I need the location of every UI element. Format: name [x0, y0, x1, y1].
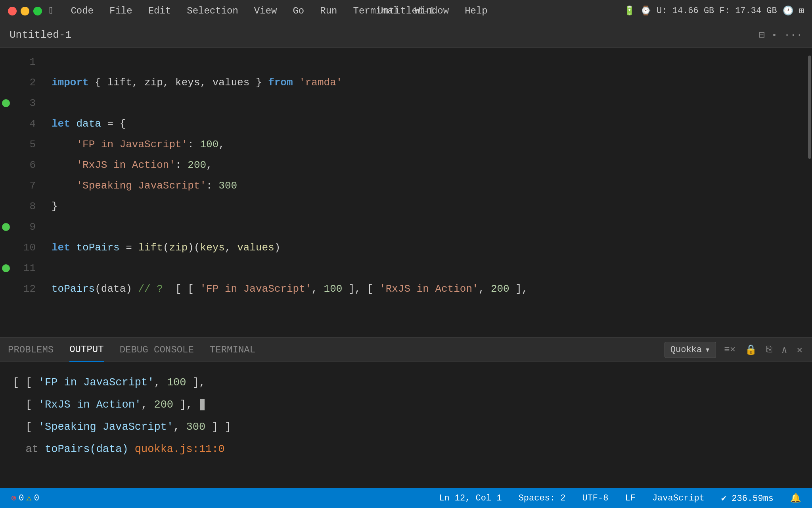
close-panel-icon[interactable]: ✕ — [795, 343, 804, 357]
warning-count: 0 — [34, 493, 39, 503]
line-num-10: 10 — [12, 237, 36, 258]
control-center-icon: ⊞ — [799, 6, 804, 16]
panel: PROBLEMS OUTPUT DEBUG CONSOLE TERMINAL Q… — [0, 337, 812, 488]
menu-apple[interactable]:  — [47, 4, 57, 18]
editor-header-icons: ⊟ ● ··· — [758, 29, 802, 41]
lock-icon[interactable]: 🔒 — [743, 343, 758, 357]
menu-selection[interactable]: Selection — [184, 4, 241, 18]
menu-file[interactable]: File — [107, 4, 135, 18]
quokka-label: Quokka — [670, 345, 702, 355]
panel-output: [ [ 'FP in JavaScript', 100 ], [ 'RxJS i… — [0, 362, 812, 488]
panel-tab-bar: PROBLEMS OUTPUT DEBUG CONSOLE TERMINAL Q… — [0, 338, 812, 362]
titlebar:  Code File Edit Selection View Go Run T… — [0, 0, 812, 22]
output-line-4: at toPairs(data) quokka.js:11:0 — [13, 438, 799, 460]
window-title: Untitled-1 — [377, 6, 435, 16]
tab-output[interactable]: OUTPUT — [69, 338, 103, 362]
system-icons: 🔋 ⌚ U: 14.66 GB F: 17.34 GB 🕐 ⊞ — [624, 6, 804, 16]
clear-output-icon[interactable]: ≡× — [722, 343, 737, 357]
menu-view[interactable]: View — [252, 4, 280, 18]
line-num-1: 1 — [12, 52, 36, 72]
editor-area: 1 2 3 4 5 6 7 8 9 10 11 12 import { lift… — [0, 48, 812, 337]
error-count: 0 — [19, 493, 24, 503]
line-num-3: 3 — [12, 93, 36, 114]
menu-run[interactable]: Run — [318, 4, 339, 18]
breakpoint-line11[interactable] — [2, 264, 10, 272]
menu-code[interactable]: Code — [68, 4, 96, 18]
maximize-button[interactable] — [33, 7, 42, 15]
statusbar-right: Ln 12, Col 1 Spaces: 2 UTF-8 LF JavaScri… — [436, 491, 804, 505]
code-line-7: } — [52, 200, 58, 212]
chevron-down-icon: ▾ — [705, 344, 710, 355]
perf-status: ✔ 236.59ms — [718, 491, 777, 505]
code-line-4: 'FP in JavaScript': 100, — [52, 139, 225, 150]
line-num-11: 11 — [12, 258, 36, 279]
output-line-1: [ [ 'FP in JavaScript', 100 ], — [13, 371, 799, 394]
warning-icon: △ — [26, 493, 31, 504]
battery-icon: 🔋 — [624, 6, 635, 16]
scroll-up-icon[interactable]: ∧ — [780, 343, 789, 357]
line-num-4: 4 — [12, 114, 36, 134]
line-num-7: 7 — [12, 175, 36, 196]
code-editor[interactable]: import { lift, zip, keys, values } from … — [44, 48, 806, 337]
clock-icon: 🕐 — [783, 6, 793, 16]
error-icon: ⊗ — [11, 493, 16, 504]
line-num-12: 12 — [12, 279, 36, 299]
errors-status[interactable]: ⊗ 0 △ 0 — [8, 491, 42, 505]
panel-tabs-left: PROBLEMS OUTPUT DEBUG CONSOLE TERMINAL — [8, 338, 255, 362]
traffic-lights — [8, 7, 42, 15]
split-editor-icon[interactable]: ⊟ — [758, 29, 765, 41]
scrollbar-thumb[interactable] — [808, 56, 811, 159]
cursor-position[interactable]: Ln 12, Col 1 — [436, 492, 505, 505]
breakpoint-line3[interactable] — [2, 99, 10, 107]
code-line-6: 'Speaking JavaScript': 300 — [52, 180, 237, 192]
output-line-3: [ 'Speaking JavaScript', 300 ] ] — [13, 416, 799, 438]
encoding-setting[interactable]: UTF-8 — [579, 492, 611, 505]
panel-tabs-right: Quokka ▾ ≡× 🔒 ⎘ ∧ ✕ — [665, 342, 804, 358]
code-line-5: 'RxJS in Action': 200, — [52, 159, 213, 171]
close-button[interactable] — [8, 7, 17, 15]
line-num-8: 8 — [12, 196, 36, 217]
line-numbers: 1 2 3 4 5 6 7 8 9 10 11 12 — [12, 48, 44, 337]
spaces-setting[interactable]: Spaces: 2 — [515, 492, 569, 505]
code-line-3: let data = { — [52, 118, 126, 130]
stats-display: U: 14.66 GB F: 17.34 GB — [657, 6, 777, 16]
notification-icon[interactable]: 🔔 — [787, 491, 804, 505]
breakpoint-gutter — [0, 48, 12, 337]
language-mode[interactable]: JavaScript — [649, 492, 708, 505]
menu-help[interactable]: Help — [462, 4, 490, 18]
editor-tab[interactable]: Untitled-1 — [10, 29, 71, 41]
menu-edit[interactable]: Edit — [146, 4, 174, 18]
copy-icon[interactable]: ⎘ — [765, 343, 774, 357]
line-num-6: 6 — [12, 155, 36, 175]
output-line-2: [ 'RxJS in Action', 200 ], — [13, 394, 799, 416]
tab-problems[interactable]: PROBLEMS — [8, 338, 54, 362]
quokka-dropdown[interactable]: Quokka ▾ — [665, 342, 716, 358]
code-line-9: let toPairs = lift(zip)(keys, values) — [52, 242, 280, 254]
eol-setting[interactable]: LF — [622, 492, 638, 505]
statusbar-left: ⊗ 0 △ 0 — [8, 491, 42, 505]
wifi-icon: ⌚ — [640, 6, 651, 16]
code-line-1: import { lift, zip, keys, values } from … — [52, 77, 342, 89]
vscode-container: Untitled-1 ⊟ ● ··· 1 2 3 4 5 6 7 8 9 — [0, 22, 812, 508]
statusbar: ⊗ 0 △ 0 Ln 12, Col 1 Spaces: 2 UTF-8 LF … — [0, 488, 812, 508]
tab-terminal[interactable]: TERMINAL — [210, 338, 255, 362]
minimize-button[interactable] — [21, 7, 29, 15]
unsaved-dot-icon: ● — [773, 32, 776, 38]
more-actions-icon[interactable]: ··· — [784, 29, 802, 41]
editor-header: Untitled-1 ⊟ ● ··· — [0, 22, 812, 48]
code-line-11: toPairs(data) // ? [ [ 'FP in JavaScript… — [52, 283, 528, 295]
menu-go[interactable]: Go — [290, 4, 306, 18]
breakpoint-line9[interactable] — [2, 223, 10, 231]
line-num-9: 9 — [12, 217, 36, 237]
vertical-scrollbar[interactable] — [806, 48, 812, 337]
line-num-2: 2 — [12, 72, 36, 93]
tab-debug-console[interactable]: DEBUG CONSOLE — [120, 338, 194, 362]
line-num-5: 5 — [12, 134, 36, 155]
